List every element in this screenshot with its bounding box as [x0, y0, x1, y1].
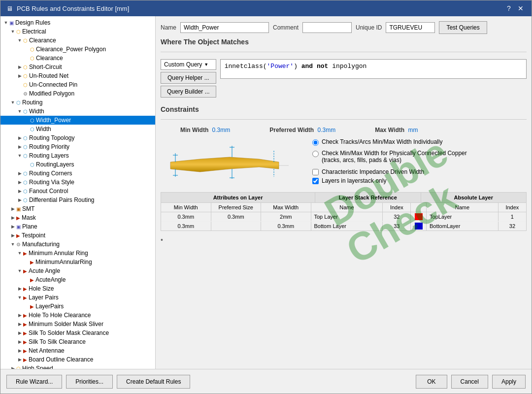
name-input[interactable]	[180, 22, 269, 33]
checkbox-impedance-input[interactable]	[312, 169, 319, 175]
tree-item[interactable]: ⬡RoutingLayers	[0, 160, 155, 169]
tree-toggle-icon[interactable]: ▶	[16, 171, 23, 176]
query-area[interactable]: innetclass('Power') and not inpolygon	[220, 59, 527, 79]
tree-item-label: Routing Layers	[29, 152, 69, 159]
tree-toggle-icon[interactable]: ▶	[9, 224, 16, 229]
tree-item[interactable]: ▶⬡Routing Priority	[0, 142, 155, 151]
close-button[interactable]: ✕	[516, 3, 526, 13]
radio-individual[interactable]	[312, 139, 319, 146]
tree-item[interactable]: ⬡Width	[0, 125, 155, 133]
tree-toggle-icon[interactable]: ▶	[16, 348, 23, 353]
tree-item[interactable]: ▶▶Mask	[0, 213, 155, 222]
tree-item[interactable]: ⬡Clearance	[0, 54, 155, 63]
tree-item[interactable]: ⬡Un-Connected Pin	[0, 80, 155, 89]
tree-toggle-icon[interactable]: ▶	[16, 65, 23, 69]
tree-toggle-icon[interactable]: ▼	[16, 38, 23, 43]
tree-toggle-icon[interactable]: ▶	[16, 73, 23, 78]
tree-item[interactable]: ▶▶Net Antennae	[0, 346, 155, 355]
header-row: Name Comment Unique ID Test Queries	[161, 21, 527, 34]
tree-item[interactable]: ▶⬡Routing Corners	[0, 169, 155, 178]
tree-toggle-icon[interactable]: ▶	[16, 197, 23, 202]
tree-item[interactable]: ▶⬡Routing Topology	[0, 133, 155, 142]
ok-button[interactable]: OK	[416, 375, 447, 389]
query-builder-button[interactable]: Query Builder ...	[161, 86, 216, 98]
checkbox-layerstack-input[interactable]	[312, 178, 319, 184]
tree-item[interactable]: ▶▶Silk To Silk Clearance	[0, 337, 155, 346]
query-helper-button[interactable]: Query Helper ...	[161, 72, 216, 84]
th-color	[411, 203, 427, 212]
tree-item[interactable]: ▼▶Minimum Annular Ring	[0, 249, 155, 258]
tree-item[interactable]: ▶⬡Fanout Control	[0, 187, 155, 196]
tree-item[interactable]: ⬡Clearance_Power Polygon	[0, 45, 155, 54]
tree-item[interactable]: ▼⬡Routing	[0, 98, 155, 107]
tree-item[interactable]: ▶⬡Routing Via Style	[0, 178, 155, 187]
tree-container: ▼▣Design Rules▼⬡Electrical▼⬡Clearance ⬡C…	[0, 18, 155, 369]
tree-toggle-icon[interactable]: ▼	[2, 20, 9, 25]
app-icon: 🖥	[6, 5, 13, 12]
priorities-button[interactable]: Priorities...	[66, 375, 113, 389]
query-type-dropdown[interactable]: Custom Query ▼	[161, 59, 216, 70]
comment-input[interactable]	[302, 22, 352, 33]
tree-toggle-icon[interactable]: ▼	[16, 295, 23, 300]
unique-id-input[interactable]	[386, 22, 435, 33]
svg-marker-1	[170, 157, 279, 172]
tree-item[interactable]: ▼⚙Manufacturing	[0, 240, 155, 249]
tree-item[interactable]: ▼▶Layer Pairs	[0, 293, 155, 302]
add-row-indicator[interactable]: •	[161, 236, 527, 244]
tree-toggle-icon[interactable]: ▶	[9, 206, 16, 211]
tree-item[interactable]: ▼⬡Electrical	[0, 27, 155, 36]
tree-toggle-icon[interactable]: ▼	[16, 251, 23, 256]
tree-item[interactable]: ▶▶Silk To Solder Mask Clearance	[0, 328, 155, 337]
cancel-button[interactable]: Cancel	[451, 375, 488, 389]
tree-toggle-icon[interactable]: ▼	[9, 100, 16, 105]
tree-item[interactable]: ▶AcuteAngle	[0, 275, 155, 284]
tree-item[interactable]: ▶MinimumAnnularRing	[0, 258, 155, 266]
tree-item[interactable]: ▼▶Acute Angle	[0, 266, 155, 275]
tree-toggle-icon[interactable]: ▼	[9, 242, 16, 247]
tree-item[interactable]: ▶▣SMT	[0, 204, 155, 213]
tree-item-label: Design Rules	[15, 19, 50, 26]
tree-node-icon: ▶	[23, 357, 27, 362]
tree-item-label: Electrical	[22, 28, 46, 35]
tree-item[interactable]: ▶▶Hole Size	[0, 284, 155, 293]
tree-toggle-icon[interactable]: ▼	[16, 153, 23, 158]
help-button[interactable]: ?	[504, 3, 514, 13]
tree-item[interactable]: ▶⬡Short-Circuit	[0, 63, 155, 71]
tree-item[interactable]: ▼⬡Routing Layers	[0, 151, 155, 160]
tree-toggle-icon[interactable]: ▶	[16, 189, 23, 194]
tree-item[interactable]: ⚙Modified Polygon	[0, 89, 155, 98]
tree-item[interactable]: ▼⬡Clearance	[0, 36, 155, 45]
tree-item[interactable]: ▶LayerPairs	[0, 302, 155, 311]
tree-item[interactable]: ▶▣Plane	[0, 222, 155, 231]
tree-toggle-icon[interactable]: ▼	[9, 29, 16, 34]
tree-toggle-icon[interactable]: ▼	[16, 109, 23, 114]
tree-toggle-icon[interactable]: ▶	[9, 233, 16, 238]
test-queries-button[interactable]: Test Queries	[439, 21, 487, 34]
tree-toggle-icon[interactable]: ▶	[16, 180, 23, 185]
tree-toggle-icon[interactable]: ▶	[16, 286, 23, 291]
tree-toggle-icon[interactable]: ▶	[16, 313, 23, 318]
tree-item[interactable]: ▶▶Board Outline Clearance	[0, 355, 155, 364]
tree-item[interactable]: ▼⬡Width	[0, 107, 155, 116]
tree-item[interactable]: ▶▶Hole To Hole Clearance	[0, 311, 155, 320]
rule-wizard-button[interactable]: Rule Wizard...	[6, 375, 62, 389]
tree-toggle-icon[interactable]: ▶	[9, 215, 16, 220]
tree-item[interactable]: ▶⬡Un-Routed Net	[0, 71, 155, 80]
tree-toggle-icon[interactable]: ▶	[16, 144, 23, 149]
window-title: PCB Rules and Constraints Editor [mm]	[17, 5, 129, 12]
tree-toggle-icon[interactable]: ▶	[16, 339, 23, 344]
create-default-rules-button[interactable]: Create Default Rules	[117, 375, 190, 389]
tree-item[interactable]: ▶▶Minimum Solder Mask Sliver	[0, 320, 155, 328]
tree-toggle-icon[interactable]: ▶	[16, 330, 23, 335]
tree-toggle-icon[interactable]: ▶	[16, 322, 23, 327]
apply-button[interactable]: Apply	[492, 375, 526, 389]
radio-connected[interactable]	[312, 151, 319, 157]
tree-item[interactable]: ▶⬡High Speed	[0, 364, 155, 369]
tree-toggle-icon[interactable]: ▶	[16, 357, 23, 362]
tree-item[interactable]: ▶⬡Differential Pairs Routing	[0, 196, 155, 204]
tree-toggle-icon[interactable]: ▶	[16, 135, 23, 140]
tree-item[interactable]: ▶▶Testpoint	[0, 231, 155, 240]
tree-item[interactable]: ▼▣Design Rules	[0, 18, 155, 27]
tree-toggle-icon[interactable]: ▼	[16, 268, 23, 273]
tree-item[interactable]: ⬡Width_Power	[0, 116, 155, 125]
